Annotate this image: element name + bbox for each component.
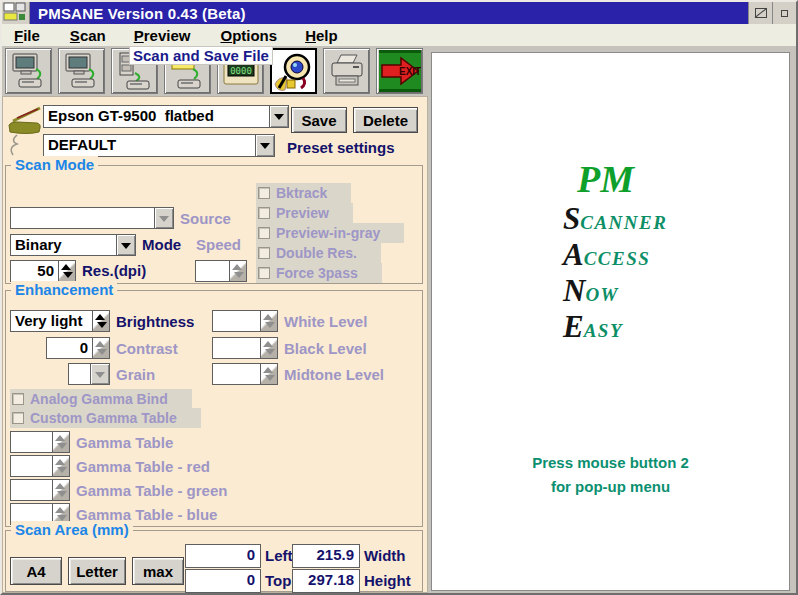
gamma-table-red-label: Gamma Table - red [76,458,210,475]
resolution-spinner[interactable]: 50 [10,260,76,282]
sane-bee-icon [273,50,315,92]
width-label: Width [364,547,406,564]
logo-line-pm: PM [563,157,667,201]
scan-mode-group: Scan Mode Source Binary Mode 50 Res.(dpi… [5,165,423,284]
left-label: Left [265,547,293,564]
checkbox-preview: Preview [256,203,353,223]
checkbox-double-res: Double Res. [256,243,381,263]
preset-value: DEFAULT [44,135,255,156]
menu-preview[interactable]: Preview [128,26,197,45]
menu-options[interactable]: Options [214,26,283,45]
toolbar-scan-to-screen2-button[interactable] [58,48,105,94]
left-field[interactable]: 0 [185,544,261,568]
checkbox-icon [12,412,24,424]
a4-button[interactable]: A4 [10,557,62,585]
flatbed-scanner-icon [5,101,43,159]
white-level-label: White Level [284,313,367,330]
preset-settings-label: Preset settings [287,139,395,156]
svg-text:0000: 0000 [230,66,252,76]
source-combo[interactable] [10,207,174,229]
checkbox-analog-gamma-bind: Analog Gamma Bind [10,389,192,409]
resolution-label: Res.(dpi) [82,262,146,279]
dropdown-arrow-icon[interactable] [269,106,288,127]
enhancement-title: Enhancement [11,281,117,298]
contrast-label: Contrast [116,340,178,357]
brightness-spinner[interactable]: Very light [10,310,110,332]
spinner-arrows-icon[interactable] [59,260,76,282]
checkbox-icon [258,267,270,279]
checkbox-icon [258,227,270,239]
dropdown-arrow-icon[interactable] [255,135,274,156]
exit-icon: EXIT [379,50,421,92]
max-button[interactable]: max [132,557,184,585]
width-field[interactable]: 215.9 [292,544,360,568]
black-level-value [212,337,261,359]
spinner-arrows-icon [261,363,278,385]
hint-line-1: Press mouse button 2 [432,451,789,475]
menu-scan[interactable]: Scan [64,26,112,45]
spinner-arrows-icon [53,455,70,477]
letter-button[interactable]: Letter [68,557,126,585]
checkbox-label: Force 3pass [276,265,358,281]
dropdown-arrow-icon[interactable] [116,235,135,255]
logo-text: E [563,309,584,345]
preview-panel[interactable]: PM S CANNER A CCESS N OW E ASY [431,52,790,591]
delete-button[interactable]: Delete [353,107,418,133]
title-bar: PMSANE Version 0.43 (Beta) [2,2,796,24]
toolbar-scan-to-screen-button[interactable] [5,48,52,94]
white-level-spinner [212,310,278,332]
toolbar-exit-button[interactable]: EXIT [376,48,423,94]
midtone-level-spinner [212,363,278,385]
spinner-arrows-icon [261,310,278,332]
gamma-table-green-spinner [10,479,70,501]
svg-text:EXIT: EXIT [399,66,421,77]
toolbar-print-button[interactable] [323,48,370,94]
mode-value: Binary [11,235,116,255]
save-button[interactable]: Save [291,107,347,133]
spinner-arrows-icon [261,337,278,359]
gamma-table-green-label: Gamma Table - green [76,482,227,499]
mode-combo[interactable]: Binary [10,234,136,256]
minimize-icon [781,10,788,17]
logo-line-now: N OW [563,273,667,309]
sane-logo: PM S CANNER A CCESS N OW E ASY [563,157,667,345]
source-label: Source [180,210,231,227]
popup-menu-hint: Press mouse button 2 for pop-up menu [432,451,789,499]
speed-spinner [195,260,247,282]
checkbox-custom-gamma-table: Custom Gamma Table [10,408,201,428]
grain-label: Grain [116,366,155,383]
menu-file[interactable]: File [8,26,46,45]
checkbox-bktrack: Bktrack [256,183,351,203]
resolution-value[interactable]: 50 [10,260,59,282]
checkbox-force-3pass: Force 3pass [256,263,382,283]
checkbox-label: Double Res. [276,245,357,261]
menu-help[interactable]: Help [299,26,344,45]
height-label: Height [364,572,411,589]
toolbar-sane-logo-button[interactable] [270,48,317,94]
white-level-value [212,310,261,332]
spinner-arrows-icon [230,260,247,282]
mode-label: Mode [142,236,181,253]
system-menu-button[interactable] [2,2,30,24]
hint-line-2: for pop-up menu [432,475,789,499]
logo-text: S [563,201,580,237]
logo-text: OW [585,284,619,306]
spinner-arrows-icon[interactable] [93,310,110,332]
brightness-label: Brightness [116,313,194,330]
checkbox-icon [258,187,270,199]
scan-area-group: Scan Area (mm) A4 Letter max 0 Left 0 To… [5,530,423,592]
gamma-table-green-value [10,479,53,501]
top-field[interactable]: 0 [185,569,261,593]
checkbox-label: Preview-in-gray [276,225,380,241]
height-field[interactable]: 297.18 [292,569,360,593]
brightness-value[interactable]: Very light [10,310,93,332]
scanner-device-combo[interactable]: Epson GT-9500 flatbed [43,105,289,128]
scan-area-title: Scan Area (mm) [11,521,133,538]
app-icon [2,2,28,22]
scanner-device-value: Epson GT-9500 flatbed [44,106,269,127]
minimize-button[interactable] [772,2,796,24]
scan-mode-title: Scan Mode [11,156,98,173]
spinner-arrows-icon [53,479,70,501]
maximize-restore-button[interactable] [748,2,772,24]
preset-combo[interactable]: DEFAULT [43,134,275,157]
